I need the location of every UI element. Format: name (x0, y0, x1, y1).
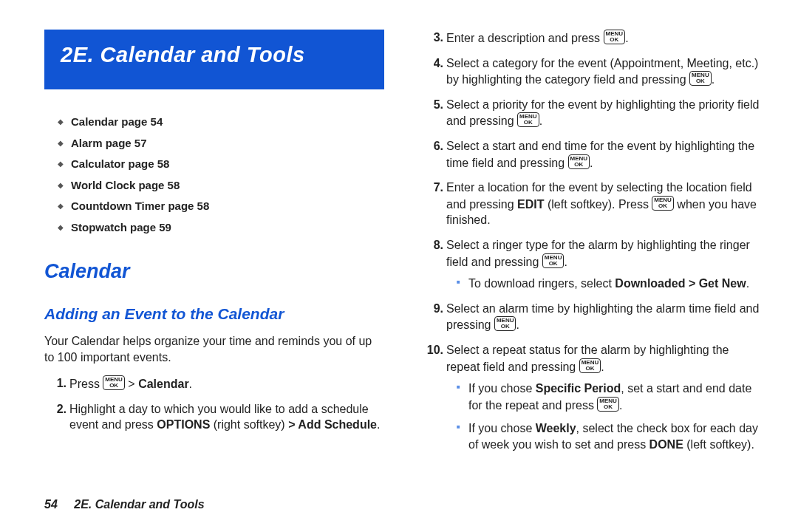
section-banner-title: 2E. Calendar and Tools (61, 43, 305, 66)
toc-item-label: Alarm page 57 (71, 137, 147, 149)
step-1: 1. Press MENUOK > Calendar. (44, 375, 384, 392)
step-text: (right softkey) (210, 418, 288, 431)
step-7: 7. Enter a location for the event by sel… (421, 180, 761, 228)
step-text: Select a ringer type for the alarm by hi… (446, 239, 750, 268)
toc-item-label: World Clock page 58 (71, 179, 180, 191)
sub-text: (left softkey). (683, 438, 754, 451)
toc-item: World Clock page 58 (58, 175, 384, 197)
step-number: 4. (421, 55, 443, 72)
toc-item: Calculator page 58 (58, 154, 384, 175)
menu-ok-key-icon: MENUOK (689, 71, 712, 86)
toc-item-label: Calendar page 54 (71, 115, 163, 128)
step-text: Enter a description and press (446, 32, 604, 44)
menu-ok-key-icon: MENUOK (597, 397, 619, 412)
page-footer: 54 2E. Calendar and Tools (44, 498, 205, 511)
step-text: . (564, 256, 567, 268)
menu-ok-key-icon: MENUOK (568, 154, 590, 169)
step-number: 8. (421, 237, 443, 253)
step-text: (left softkey). Press (545, 198, 652, 211)
toc-item-label: Calculator page 58 (71, 157, 169, 170)
step-text: . (377, 418, 380, 431)
step-9: 9. Select an alarm time by highlighting … (421, 301, 761, 333)
toc-item: Calendar page 54 (58, 112, 384, 133)
toc-item: Stopwatch page 59 (58, 217, 384, 239)
step-number: 7. (421, 180, 443, 196)
menu-ok-key-icon: MENUOK (517, 112, 539, 127)
arrow-label: > (288, 418, 298, 431)
section-banner: 2E. Calendar and Tools (44, 30, 384, 89)
sub-item: If you chose Specific Period, set a star… (457, 381, 761, 413)
step-number: 3. (421, 30, 443, 46)
sub-text: If you chose (468, 422, 536, 434)
step-number: 10. (421, 342, 443, 358)
toc-item: Countdown Timer page 58 (58, 196, 384, 217)
menu-ok-key-icon: MENUOK (579, 358, 601, 373)
step-text: . (601, 361, 604, 373)
page-number: 54 (44, 498, 58, 511)
step-4: 4. Select a category for the event (Appo… (421, 55, 761, 88)
menu-ok-key-icon: MENUOK (494, 316, 516, 331)
calendar-label: Calendar (138, 378, 188, 390)
left-column: 2E. Calendar and Tools Calendar page 54 … (44, 30, 384, 461)
step-text: Press (69, 378, 103, 390)
step-8: 8. Select a ringer type for the alarm by… (421, 237, 761, 292)
step-number: 6. (421, 138, 443, 154)
specific-period-label: Specific Period (536, 382, 621, 395)
steps-right: 3. Enter a description and press MENUOK.… (421, 30, 761, 452)
sub-item: If you chose Weekly, select the check bo… (457, 420, 761, 452)
step-number: 1. (44, 375, 66, 392)
step-number: 5. (421, 97, 443, 113)
menu-ok-key-icon: MENUOK (652, 196, 674, 211)
step-2: 2. Highlight a day to which you would li… (44, 401, 384, 433)
menu-ok-key-icon: MENUOK (103, 375, 125, 390)
weekly-label: Weekly (536, 422, 576, 434)
sub-list: If you chose Specific Period, set a star… (446, 381, 761, 452)
options-label: OPTIONS (157, 418, 210, 431)
step-10: 10. Select a repeat status for the alarm… (421, 342, 761, 453)
edit-label: EDIT (517, 198, 544, 211)
step-5: 5. Select a priority for the event by hi… (421, 97, 761, 129)
sub-text: To download ringers, select (468, 277, 615, 290)
done-label: DONE (649, 438, 683, 451)
step-text: . (712, 73, 715, 86)
step-text: Select a priority for the event by highl… (446, 98, 759, 128)
sub-text: If you chose (468, 382, 536, 395)
sub-text: . (619, 399, 622, 412)
step-number: 2. (44, 401, 66, 417)
step-text: . (516, 318, 519, 331)
toc-list: Calendar page 54 Alarm page 57 Calculato… (44, 112, 384, 238)
step-text: . (539, 115, 542, 127)
add-schedule-label: Add Schedule (298, 418, 377, 431)
steps-left: 1. Press MENUOK > Calendar. 2. Highlight… (44, 375, 384, 433)
intro-paragraph: Your Calendar helps organize your time a… (44, 333, 384, 365)
toc-item: Alarm page 57 (58, 133, 384, 154)
step-3: 3. Enter a description and press MENUOK. (421, 30, 761, 47)
sub-item: To download ringers, select Downloaded >… (457, 276, 761, 292)
step-6: 6. Select a start and end time for the e… (421, 138, 761, 171)
step-text: > (125, 378, 138, 390)
sub-list: To download ringers, select Downloaded >… (446, 276, 761, 292)
step-text: Select a start and end time for the even… (446, 140, 754, 169)
step-text: Select an alarm time by highlighting the… (446, 302, 759, 332)
downloaded-get-new-label: Downloaded > Get New (615, 277, 746, 290)
toc-item-label: Countdown Timer page 58 (71, 200, 209, 212)
menu-ok-key-icon: MENUOK (542, 253, 565, 268)
heading-1: Calendar (44, 260, 384, 283)
toc-item-label: Stopwatch page 59 (71, 221, 171, 233)
step-text: . (590, 157, 593, 169)
step-text: . (625, 32, 628, 44)
footer-section-title: 2E. Calendar and Tools (74, 498, 204, 511)
sub-text: . (746, 277, 749, 290)
menu-ok-key-icon: MENUOK (604, 30, 626, 44)
right-column: 3. Enter a description and press MENUOK.… (421, 30, 761, 461)
heading-2: Adding an Event to the Calendar (44, 305, 384, 323)
step-text: . (189, 378, 192, 390)
step-number: 9. (421, 301, 443, 317)
